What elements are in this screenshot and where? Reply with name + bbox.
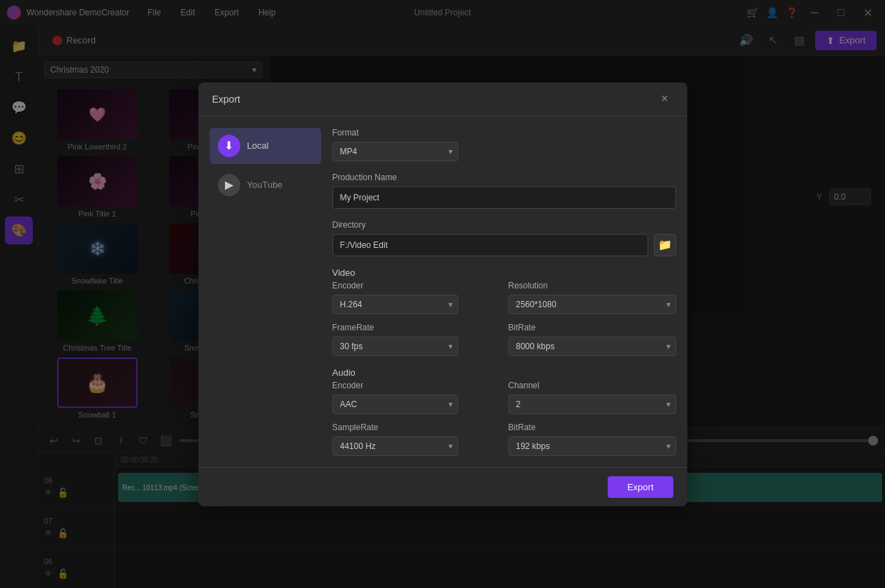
audio-settings-grid: Encoder AAC MP3 Channel [332, 381, 676, 456]
resolution-label: Resolution [509, 281, 676, 291]
bitrate-select[interactable]: 8000 kbps 5000 kbps 3000 kbps [509, 337, 676, 356]
resolution-select[interactable]: 2560*1080 1920*1080 1280*720 [509, 295, 676, 314]
export-settings: Format MP4 AVI MOV WMV GIF Production Na… [332, 128, 676, 456]
channel-select[interactable]: 2 1 [509, 395, 676, 414]
browse-button[interactable]: 📁 [654, 234, 676, 256]
audio-bitrate-select-wrapper: 192 kbps 128 kbps 320 kbps [509, 436, 676, 456]
directory-row: 📁 [332, 234, 676, 256]
encoder-select-wrapper: H.264 H.265 VP9 [332, 295, 458, 314]
bitrate-group: BitRate 8000 kbps 5000 kbps 3000 kbps [509, 323, 676, 356]
tab-youtube-label: YouTube [247, 179, 283, 190]
youtube-icon: ▶ [218, 174, 240, 196]
format-select[interactable]: MP4 AVI MOV WMV GIF [332, 142, 458, 161]
samplerate-group: SampleRate 44100 Hz 48000 Hz 22050 Hz [332, 422, 500, 456]
bitrate-select-wrapper: 8000 kbps 5000 kbps 3000 kbps [509, 337, 676, 356]
tab-youtube[interactable]: ▶ YouTube [210, 167, 321, 203]
format-group: Format MP4 AVI MOV WMV GIF [332, 128, 676, 161]
production-name-label: Production Name [332, 172, 676, 182]
audio-encoder-label: Encoder [332, 381, 500, 390]
video-section: Video Encoder H.264 H.265 VP9 [332, 267, 676, 356]
directory-group: Directory 📁 [332, 220, 676, 256]
audio-encoder-group: Encoder AAC MP3 [332, 381, 500, 414]
channel-label: Channel [509, 381, 676, 390]
framerate-group: FrameRate 30 fps 60 fps 24 fps [332, 323, 500, 356]
audio-bitrate-label: BitRate [509, 422, 676, 432]
modal-overlay: Export × ⬇ Local ▶ YouTube Format [0, 0, 885, 588]
modal-title: Export [212, 94, 240, 105]
modal-footer: Export [198, 467, 687, 506]
production-name-group: Production Name [332, 172, 676, 209]
audio-encoder-select[interactable]: AAC MP3 [332, 395, 458, 414]
export-confirm-button[interactable]: Export [608, 476, 673, 498]
samplerate-select-wrapper: 44100 Hz 48000 Hz 22050 Hz [332, 436, 458, 456]
bitrate-label: BitRate [509, 323, 676, 332]
directory-label: Directory [332, 220, 676, 230]
encoder-select[interactable]: H.264 H.265 VP9 [332, 295, 458, 314]
video-section-title: Video [332, 267, 676, 278]
encoder-label: Encoder [332, 281, 500, 291]
audio-section-title: Audio [332, 367, 676, 378]
modal-header: Export × [198, 82, 687, 117]
audio-encoder-select-wrapper: AAC MP3 [332, 395, 458, 414]
samplerate-select[interactable]: 44100 Hz 48000 Hz 22050 Hz [332, 436, 458, 456]
samplerate-label: SampleRate [332, 422, 500, 432]
format-label: Format [332, 128, 676, 138]
framerate-select-wrapper: 30 fps 60 fps 24 fps [332, 337, 458, 356]
export-modal: Export × ⬇ Local ▶ YouTube Format [198, 82, 687, 506]
audio-bitrate-select[interactable]: 192 kbps 128 kbps 320 kbps [509, 436, 676, 456]
resolution-group: Resolution 2560*1080 1920*1080 1280*720 [509, 281, 676, 314]
export-tabs: ⬇ Local ▶ YouTube [210, 128, 321, 456]
resolution-select-wrapper: 2560*1080 1920*1080 1280*720 [509, 295, 676, 314]
format-select-wrapper: MP4 AVI MOV WMV GIF [332, 142, 458, 161]
framerate-select[interactable]: 30 fps 60 fps 24 fps [332, 337, 458, 356]
video-settings-grid: Encoder H.264 H.265 VP9 Resolution [332, 281, 676, 356]
channel-select-wrapper: 2 1 [509, 395, 676, 414]
tab-local-label: Local [247, 140, 269, 151]
encoder-group: Encoder H.264 H.265 VP9 [332, 281, 500, 314]
modal-close-button[interactable]: × [657, 91, 673, 108]
framerate-label: FrameRate [332, 323, 500, 332]
modal-body: ⬇ Local ▶ YouTube Format MP4 AVI MO [198, 117, 687, 467]
local-icon: ⬇ [218, 135, 240, 157]
audio-section: Audio Encoder AAC MP3 [332, 367, 676, 456]
audio-bitrate-group: BitRate 192 kbps 128 kbps 320 kbps [509, 422, 676, 456]
channel-group: Channel 2 1 [509, 381, 676, 414]
directory-input[interactable] [332, 234, 648, 256]
production-name-input[interactable] [332, 186, 676, 209]
tab-local[interactable]: ⬇ Local [210, 128, 321, 164]
